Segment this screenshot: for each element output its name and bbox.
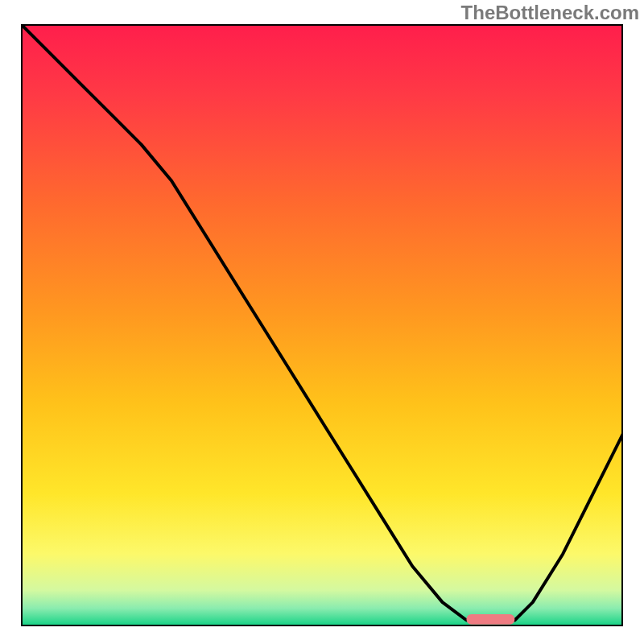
chart-svg xyxy=(21,24,623,626)
optimal-marker xyxy=(467,614,515,625)
watermark-text: TheBottleneck.com xyxy=(461,2,639,24)
chart-container: TheBottleneck.com xyxy=(0,0,644,644)
plot-area xyxy=(21,24,623,626)
